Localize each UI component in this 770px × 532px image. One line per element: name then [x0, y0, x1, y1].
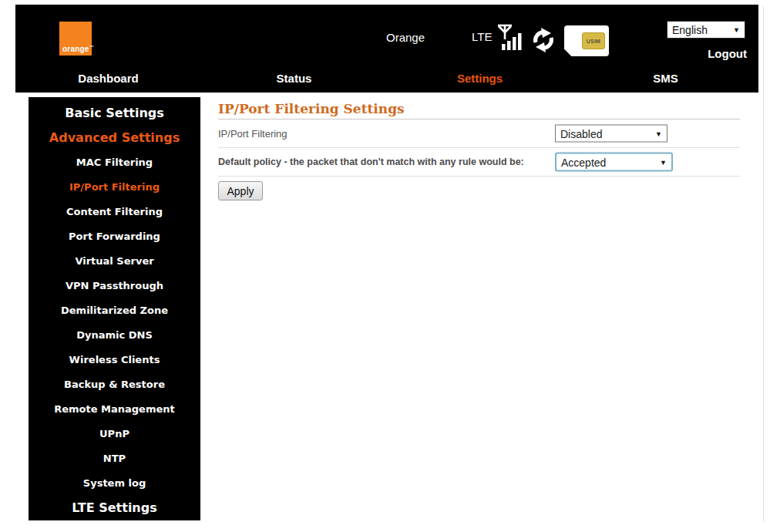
sidebar-item-mac-filtering[interactable]: MAC Filtering: [29, 150, 200, 175]
ip-port-filtering-label: IP/Port Filtering: [218, 128, 287, 140]
apply-button[interactable]: Apply: [218, 181, 263, 200]
default-policy-row: Default policy - the packet that don't m…: [218, 148, 740, 177]
sidebar-item-remote-management[interactable]: Remote Management: [29, 397, 200, 422]
language-select-value: English: [672, 24, 708, 36]
refresh-sync-icon: [531, 27, 556, 53]
sidebar-item-port-forwarding[interactable]: Port Forwarding: [29, 224, 200, 249]
sidebar-item-upnp[interactable]: UPnP: [29, 422, 200, 446]
default-policy-select[interactable]: Accepted ▼: [555, 153, 673, 172]
router-admin-page: orange™ Orange LTE: [0, 0, 770, 532]
network-type-label: LTE: [472, 30, 492, 43]
sidebar-item-wireless-clients[interactable]: Wireless Clients: [29, 348, 200, 372]
default-policy-label: Default policy - the packet that don't m…: [218, 157, 524, 167]
orange-logo-wordmark: orange™: [62, 45, 94, 53]
sidebar-item-backup-restore[interactable]: Backup & Restore: [29, 372, 200, 397]
sidebar-item-vpn-passthrough[interactable]: VPN Passthrough: [29, 274, 200, 298]
sidebar-item-ntp[interactable]: NTP: [29, 446, 200, 471]
usim-chip: USIM: [582, 32, 605, 49]
sidebar-item-lte-settings[interactable]: LTE Settings: [29, 496, 200, 520]
chevron-down-icon: ▼: [655, 130, 662, 137]
signal-strength-icon: [496, 22, 526, 52]
language-select[interactable]: English ▼: [667, 21, 745, 39]
sidebar-item-ip-port-filtering[interactable]: IP/Port Filtering: [29, 175, 200, 200]
header-bar: orange™ Orange LTE: [15, 5, 758, 93]
window-edge-line: [763, 6, 764, 521]
sidebar-item-virtual-server[interactable]: Virtual Server: [29, 249, 200, 274]
usim-card-icon: USIM: [564, 25, 609, 56]
page-title: IP/Port Filtering Settings: [218, 101, 740, 120]
ip-port-filtering-select[interactable]: Disabled ▼: [555, 125, 667, 143]
nav-tab-sms[interactable]: SMS: [573, 69, 758, 93]
sidebar-item-content-filtering[interactable]: Content Filtering: [29, 200, 200, 224]
trademark-symbol: ™: [89, 45, 94, 49]
main-content: IP/Port Filtering Settings IP/Port Filte…: [218, 101, 740, 200]
ip-port-filtering-row: IP/Port Filtering Disabled ▼: [218, 120, 740, 148]
sidebar-item-dynamic-dns[interactable]: Dynamic DNS: [29, 323, 200, 348]
sidebar-item-system-log[interactable]: System log: [29, 471, 200, 496]
chevron-down-icon: ▼: [733, 26, 740, 34]
sidebar-item-basic-settings[interactable]: Basic Settings: [29, 101, 200, 126]
nav-tab-settings[interactable]: Settings: [387, 69, 573, 93]
orange-logo: orange™: [59, 22, 92, 56]
chevron-down-icon: ▼: [660, 158, 667, 166]
sidebar-item-demilitarized-zone[interactable]: Demilitarized Zone: [29, 298, 200, 323]
sidebar-item-advanced-settings[interactable]: Advanced Settings: [29, 126, 200, 150]
usim-chip-label: USIM: [587, 39, 600, 44]
settings-sidebar: Basic Settings Advanced Settings MAC Fil…: [29, 97, 200, 520]
top-nav: Dashboard Status Settings SMS: [15, 69, 758, 93]
logout-link[interactable]: Logout: [708, 47, 747, 60]
nav-tab-status[interactable]: Status: [201, 69, 387, 93]
default-policy-select-value: Accepted: [561, 156, 606, 168]
ip-port-filtering-select-value: Disabled: [560, 127, 602, 140]
nav-tab-dashboard[interactable]: Dashboard: [15, 69, 201, 93]
network-operator-label: Orange: [386, 31, 425, 44]
